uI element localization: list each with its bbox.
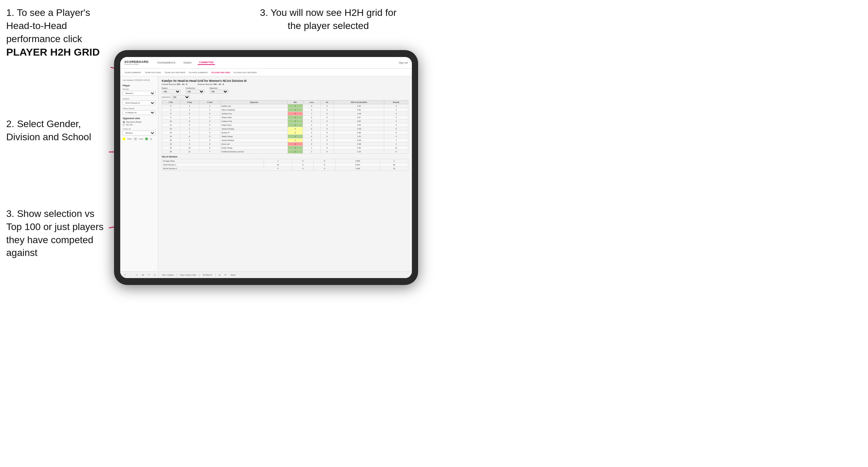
out-of-division-title: Out of division bbox=[162, 155, 408, 158]
toolbar-layout[interactable]: ⊢ bbox=[224, 274, 227, 276]
sub-nav-player-summary[interactable]: PLAYER SUMMARY bbox=[189, 72, 208, 74]
opponent-filter-select[interactable]: (All) bbox=[209, 89, 228, 94]
instruction-step3-top: 3. You will now see H2H grid for the pla… bbox=[252, 6, 404, 32]
toolbar-redo[interactable]: ↪ bbox=[135, 274, 139, 276]
sub-nav-team-summary[interactable]: TEAM SUMMARY bbox=[124, 72, 141, 74]
toolbar-clock[interactable]: ⊙ bbox=[153, 274, 157, 276]
colour-by-field: Colour by Win/loss bbox=[123, 128, 155, 135]
logo-sub: Powered by clippd bbox=[124, 64, 149, 65]
filter-opponent: Opponent (All) bbox=[209, 87, 228, 94]
th-win: Win bbox=[287, 101, 303, 104]
toolbar-grid[interactable]: ⊞ bbox=[141, 274, 145, 276]
ood-table: Foreign Team 1 0 0 4.500 2 NAIA Division… bbox=[162, 159, 408, 171]
table-row: 19 10 6 Emily Chang 4 1 0 0.30 11 bbox=[162, 146, 408, 150]
player-rank-field: Player (Rank) 8. Katelyn Vo bbox=[123, 107, 155, 115]
opponents-select[interactable]: (All) bbox=[171, 95, 190, 99]
tablet-frame: SCOREBOARD Powered by clippd TOURNAMENTS… bbox=[114, 50, 418, 285]
gender-select[interactable]: Women's bbox=[123, 91, 155, 96]
record-row: Overall Record: 353 - 34 - 6 Division Re… bbox=[162, 83, 408, 85]
opponent-view-field: Opponent view Opponents Played Top 100 bbox=[123, 117, 155, 126]
toolbar-sep4 bbox=[215, 273, 216, 277]
sub-nav-player-h2h-heatmap[interactable]: PLAYER H2H HEATMAP bbox=[234, 72, 257, 74]
instruction-step1: 1. To see a Player's Head-to-Head perfor… bbox=[6, 6, 108, 59]
toolbar-refresh[interactable]: ↶ bbox=[147, 274, 151, 276]
step1-text: 1. To see a Player's Head-to-Head perfor… bbox=[6, 7, 90, 44]
region-select[interactable]: (All) bbox=[162, 89, 181, 94]
main-content: Last Updated: 27/03/2024 16:55:30 Player… bbox=[120, 76, 412, 278]
ood-row: NCAA Division 2 5 0 0 7.400 10 bbox=[162, 167, 408, 171]
nav-item-teams[interactable]: TEAMS bbox=[182, 61, 193, 65]
toolbar-watch[interactable]: 👁 Watch ▾ bbox=[202, 274, 213, 276]
table-header-row: # Div # Reg # Conf Opponent Win Loss Tie… bbox=[162, 101, 408, 104]
th-loss: Loss bbox=[303, 101, 320, 104]
toolbar-sep2 bbox=[177, 273, 177, 277]
toolbar-save-view[interactable]: Save Custom View bbox=[179, 274, 197, 276]
th-opponent: Opponent bbox=[220, 101, 288, 104]
panel-timestamp: Last Updated: 27/03/2024 16:55:30 bbox=[123, 79, 155, 82]
division-record-label: Division Record: 331 - 34 - 6 bbox=[198, 83, 224, 85]
sub-nav-team-h2h-heatmap[interactable]: TEAM H2H HEATMAP bbox=[164, 72, 186, 74]
toolbar-sep1 bbox=[159, 273, 159, 277]
instruction-step2: 2. Select Gender, Division and School bbox=[6, 117, 108, 144]
overall-record-label: Overall Record: 353 - 34 - 6 bbox=[162, 83, 187, 85]
toolbar-undo[interactable]: ↩ bbox=[123, 274, 127, 276]
nav-sign-out[interactable]: Sign out bbox=[399, 61, 408, 64]
th-diff: Diff Av Strokes/Rnd bbox=[334, 101, 384, 104]
legend-level bbox=[134, 137, 137, 140]
nav-bar: SCOREBOARD Powered by clippd TOURNAMENTS… bbox=[120, 57, 412, 69]
table-row: 9 1 4 Sharon Mun 1 0 0 3.67 3 bbox=[162, 116, 408, 120]
th-rounds: Rounds bbox=[384, 101, 408, 104]
h2h-table: # Div # Reg # Conf Opponent Win Loss Tie… bbox=[162, 100, 408, 154]
table-row: 5 2 2 Alexis Sudjianto 1 0 0 4.00 3 bbox=[162, 108, 408, 112]
left-panel: Last Updated: 27/03/2024 16:55:30 Player… bbox=[120, 76, 158, 278]
gender-label: Gender bbox=[123, 88, 155, 90]
toolbar-back[interactable]: ← bbox=[129, 274, 133, 276]
player-section-title: Player bbox=[123, 84, 155, 87]
radio-opponents-played[interactable]: Opponents Played bbox=[123, 121, 155, 123]
nav-item-tournaments[interactable]: TOURNAMENTS bbox=[155, 61, 177, 65]
step3-bottom-text: 3. Show selection vs Top 100 or just pla… bbox=[6, 208, 104, 258]
legend-up bbox=[145, 137, 148, 140]
toolbar-sep3 bbox=[199, 273, 200, 277]
table-row: 20 11 7 Federica Domecq Lacroze 2 1 0 1.… bbox=[162, 150, 408, 154]
nav-item-committee[interactable]: COMMITTEE bbox=[198, 60, 215, 65]
right-content: Katelyn Vo Head-to-Head Grid for Women's… bbox=[158, 76, 412, 278]
opponent-view-title: Opponent view bbox=[123, 117, 155, 120]
toolbar-export[interactable]: ⊡ bbox=[218, 274, 221, 276]
colour-by-select[interactable]: Win/loss bbox=[123, 131, 155, 135]
sub-nav-player-h2h-grid[interactable]: PLAYER H2H GRID bbox=[211, 72, 230, 74]
th-div: # Div bbox=[162, 101, 180, 104]
division-label: Division bbox=[123, 98, 155, 100]
radio-dot-opponents bbox=[123, 121, 125, 123]
filter-conference: Conference (All) bbox=[186, 87, 205, 94]
conference-select[interactable]: (All) bbox=[186, 89, 205, 94]
table-row: 11 2 5 Heejo Hyun 1 0 0 3.33 3 bbox=[162, 123, 408, 127]
toolbar-share[interactable]: Share bbox=[229, 274, 237, 276]
h2h-title: Katelyn Vo Head-to-Head Grid for Women's… bbox=[162, 79, 408, 83]
sub-nav: TEAM SUMMARY TEAM H2H GRID TEAM H2H HEAT… bbox=[120, 69, 412, 76]
table-row: 10 6 3 Andrea York 2 0 0 4.00 4 bbox=[162, 120, 408, 123]
ood-body: Foreign Team 1 0 0 4.500 2 NAIA Division… bbox=[162, 159, 408, 171]
player-rank-select[interactable]: 8. Katelyn Vo bbox=[123, 110, 155, 115]
toolbar-view-original[interactable]: View: Original bbox=[161, 274, 175, 276]
division-select[interactable]: NCAA Division III bbox=[123, 101, 155, 105]
logo-area: SCOREBOARD Powered by clippd bbox=[124, 60, 149, 65]
step3-top-text: 3. You will now see H2H grid for the pla… bbox=[260, 7, 396, 31]
player-rank-label: Player (Rank) bbox=[123, 107, 155, 109]
colour-by-label: Colour by bbox=[123, 128, 155, 130]
sub-nav-team-h2h-grid[interactable]: TEAM H2H GRID bbox=[145, 72, 161, 74]
radio-top100[interactable]: Top 100 bbox=[123, 124, 155, 126]
table-row: 6 3 3 Sydney Kuo 0 1 0 -1.00 3 bbox=[162, 112, 408, 116]
ood-row: Foreign Team 1 0 0 4.500 2 bbox=[162, 159, 408, 163]
bottom-toolbar: ↩ ← ↪ ⊞ ↶ ⊙ View: Original Save Custom V… bbox=[120, 271, 412, 278]
table-row: 15 8 5 Stella Cheng 1 0 0 1.25 4 bbox=[162, 135, 408, 139]
table-row: 18 2 2 Euna Lee 0 0 0 -5.00 2 bbox=[162, 142, 408, 146]
th-conf: # Conf bbox=[199, 101, 220, 104]
division-field: Division NCAA Division III bbox=[123, 98, 155, 105]
step2-text: 2. Select Gender, Division and School bbox=[6, 118, 91, 142]
tablet-screen: SCOREBOARD Powered by clippd TOURNAMENTS… bbox=[120, 57, 412, 278]
step1-bold: PLAYER H2H GRID bbox=[6, 46, 100, 58]
ood-row: NAIA Division 1 15 0 0 9.267 30 bbox=[162, 163, 408, 167]
table-row: 14 7 4 Eunice Yi 2 2 0 0.38 9 bbox=[162, 131, 408, 135]
table-row: 3 1 1 Esther Lee 1 0 0 1.50 4 bbox=[162, 104, 408, 108]
